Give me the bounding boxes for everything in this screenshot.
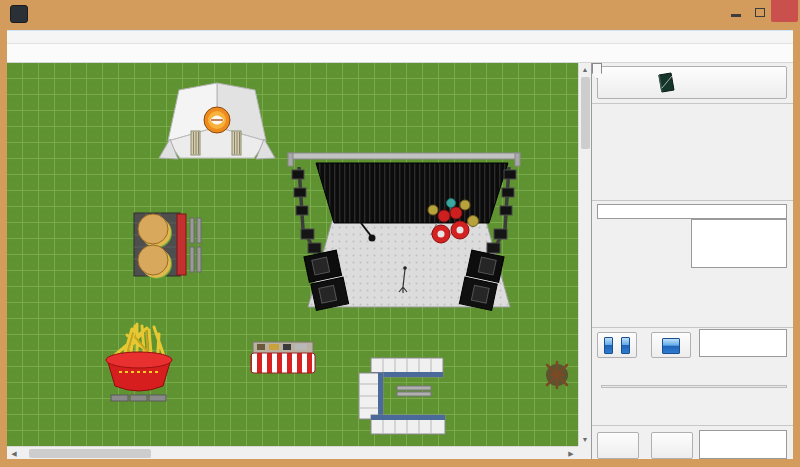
simfest-logo: [204, 107, 230, 133]
horizontal-scrollbar[interactable]: ◀ ▶: [7, 446, 578, 459]
zoom-out-button[interactable]: [651, 432, 693, 459]
toolbar: [7, 44, 793, 63]
map-viewport[interactable]: ▲ ▼ ◀ ▶: [7, 63, 591, 459]
scroll-up-icon[interactable]: ▲: [579, 64, 591, 75]
stage-truss: [288, 153, 520, 159]
horizontal-scroll-thumb[interactable]: [29, 449, 151, 458]
festival-map[interactable]: [7, 63, 578, 446]
pause-icon: [621, 337, 630, 354]
scroll-left-icon[interactable]: ◀: [8, 448, 20, 459]
scroll-down-icon[interactable]: ▼: [579, 434, 591, 445]
zoom-level-field[interactable]: [699, 430, 787, 459]
snack-stand[interactable]: [251, 342, 315, 373]
title-bar: [0, 0, 800, 30]
agenda-book-icon: [654, 71, 678, 95]
stop-icon: [662, 338, 680, 354]
minimize-icon[interactable]: [731, 14, 741, 17]
control-sidebar: [591, 63, 793, 459]
agenda-button[interactable]: [597, 66, 787, 99]
stop-button[interactable]: [651, 332, 691, 358]
pause-icon: [604, 337, 613, 354]
scrollbar-corner: [578, 446, 591, 459]
maximize-icon[interactable]: [755, 8, 765, 17]
app-window: ▲ ▼ ◀ ▶: [0, 0, 800, 467]
scroll-right-icon[interactable]: ▶: [565, 448, 577, 459]
vertical-scrollbar[interactable]: ▲ ▼: [578, 63, 591, 446]
close-icon[interactable]: [771, 0, 798, 22]
vertical-scroll-thumb[interactable]: [581, 77, 590, 149]
bench: [111, 395, 166, 401]
dead-tree[interactable]: [546, 362, 568, 388]
app-logo: [10, 5, 28, 23]
clock-field[interactable]: [699, 329, 787, 357]
menu-bar: [7, 30, 793, 44]
pause-button[interactable]: [597, 332, 637, 358]
stage-name-input[interactable]: [597, 204, 787, 219]
now-playing-listbox[interactable]: [691, 219, 787, 268]
speed-slider-track[interactable]: [601, 385, 787, 388]
zoom-in-button[interactable]: [597, 432, 639, 459]
